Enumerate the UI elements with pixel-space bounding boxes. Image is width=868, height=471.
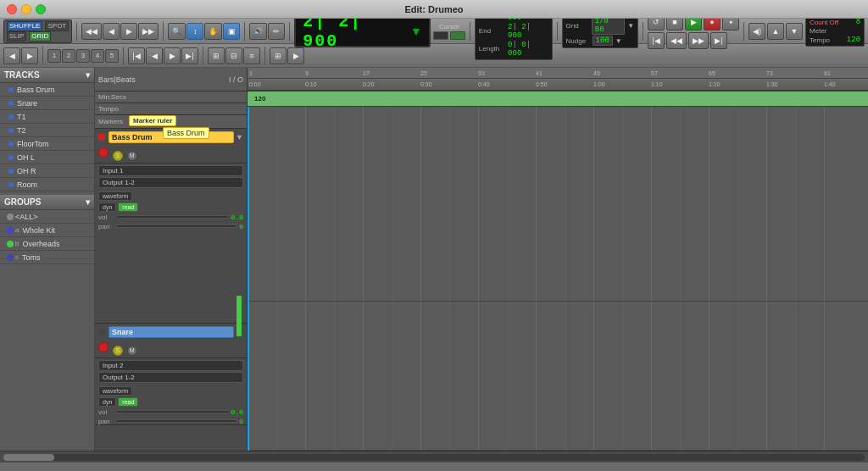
bd-rec-btn[interactable] <box>98 147 108 158</box>
pointer-tool[interactable]: ↕ <box>186 23 203 40</box>
next-btn[interactable]: ▶▶ <box>138 23 159 40</box>
tab-3[interactable]: 3 <box>76 49 90 63</box>
grid-value[interactable]: 1/0 80 <box>592 16 625 35</box>
tempo-row-label: Tempo <box>95 103 247 115</box>
track-item-ohr[interactable]: OH R <box>0 164 94 178</box>
forward-btn[interactable]: ▶ <box>120 23 137 40</box>
track-nav-1[interactable]: ⊞ <box>208 47 225 64</box>
slip-btn[interactable]: SLIP <box>7 31 26 42</box>
cursor-btn-1[interactable] <box>433 31 448 40</box>
close-button[interactable] <box>7 4 17 14</box>
snare-output[interactable]: Output 1-2 <box>98 372 243 383</box>
tn-btn4[interactable]: ▶| <box>181 47 198 64</box>
rtz-btn[interactable]: |◀ <box>648 32 665 49</box>
zoom-tool[interactable]: 🔍 <box>168 23 186 40</box>
nudge-value[interactable]: 100 <box>593 36 613 46</box>
cursor-btn-2[interactable] <box>450 31 465 40</box>
speaker-btn[interactable]: 🔊 <box>249 23 267 40</box>
snare-solo-btn[interactable]: S <box>113 346 123 356</box>
bar-ticks: 1 9 17 25 33 41 49 57 65 73 81 <box>248 68 868 78</box>
snare-vol-slider[interactable] <box>115 410 230 413</box>
minimize-button[interactable] <box>21 4 31 14</box>
zoom-button[interactable] <box>36 4 46 14</box>
snare-read-btn[interactable]: read <box>118 397 138 407</box>
track-item-snare[interactable]: Snare <box>0 97 94 110</box>
bd-pan-value: 0 <box>239 223 243 230</box>
snare-pan-slider[interactable] <box>115 419 237 423</box>
divider-5 <box>470 22 470 41</box>
counter-off-label: Count Off <box>810 19 838 26</box>
bass-drum-tooltip-text: Bass Drum <box>167 129 205 137</box>
snare-rec-btn[interactable] <box>98 342 108 352</box>
nav-arrows-2: ◀ ▶ <box>3 47 38 64</box>
bd-input[interactable]: Input 1 <box>98 165 243 176</box>
bar-41: 41 <box>536 70 542 76</box>
bd-mute-btn[interactable]: M <box>127 151 137 161</box>
h-scrollbar-thumb[interactable] <box>3 454 54 461</box>
nudge-dropdown[interactable]: ▼ <box>615 37 622 45</box>
back-btn[interactable]: ◀ <box>103 23 120 40</box>
tab-4[interactable]: 4 <box>91 49 104 63</box>
tracks-collapse-icon[interactable]: ▾ <box>86 70 90 80</box>
tab-2[interactable]: 2 <box>62 49 75 63</box>
group-item-toms[interactable]: c Toms <box>0 251 94 264</box>
misc-btn-1[interactable]: ⊞ <box>270 47 287 64</box>
tn-btn1[interactable]: |◀ <box>128 47 145 64</box>
bd-waveform-btn[interactable]: waveform <box>98 191 132 201</box>
group-item-all[interactable]: <ALL> <box>0 210 94 224</box>
h-scrollbar-track[interactable] <box>3 454 865 461</box>
bass-drum-lane[interactable] <box>248 107 868 302</box>
shuffle-btn[interactable]: SHUFFLE <box>7 21 42 31</box>
end-btn[interactable]: ▶| <box>710 32 727 49</box>
group-dot-all <box>7 213 14 220</box>
bd-dropdown-icon[interactable]: ▼ <box>236 133 243 141</box>
snare-lane[interactable] <box>248 302 868 451</box>
prev2-btn[interactable]: ◀ <box>3 47 20 64</box>
tn-btn2[interactable]: ◀ <box>146 47 163 64</box>
track-item-t2[interactable]: T2 <box>0 124 94 137</box>
groups-collapse-icon[interactable]: ▾ <box>86 197 90 207</box>
bd-vol-slider[interactable] <box>115 215 230 219</box>
snare-waveform-btn[interactable]: waveform <box>98 386 132 396</box>
output-btn3[interactable]: ▼ <box>786 23 803 40</box>
misc-btn-2[interactable]: ▶ <box>287 47 304 64</box>
main-content: TRACKS ▾ Bass Drum Snare T1 T2 Floor <box>0 68 868 451</box>
track-item-t1[interactable]: T1 <box>0 110 94 124</box>
prev-btn[interactable]: ◀◀ <box>81 23 102 40</box>
snare-mute-btn[interactable]: M <box>127 346 137 356</box>
group-item-wholekit[interactable]: a Whole Kit <box>0 224 94 237</box>
track-item-ohl[interactable]: OH L <box>0 151 94 164</box>
tab-5[interactable]: 5 <box>105 49 119 63</box>
ff-btn[interactable]: ▶▶ <box>688 32 709 49</box>
pencil-btn[interactable]: ✏ <box>268 23 285 40</box>
tab-1[interactable]: 1 <box>47 49 61 63</box>
track-item-room[interactable]: Room <box>0 178 94 191</box>
track-nav-3[interactable]: ≡ <box>243 47 260 64</box>
next2-btn[interactable]: ▶ <box>21 47 38 64</box>
bd-input-output: Input 1 Output 1-2 <box>95 163 247 191</box>
snare-dyn-btn[interactable]: dyn <box>98 397 116 407</box>
tn-btn3[interactable]: ▶ <box>164 47 181 64</box>
output-btn1[interactable]: ◀) <box>748 23 765 40</box>
output-btn2[interactable]: ▲ <box>767 23 784 40</box>
grid-dropdown[interactable]: ▼ <box>627 22 634 30</box>
bd-read-btn[interactable]: read <box>118 202 138 212</box>
bd-pan-slider[interactable] <box>115 224 237 228</box>
spot-btn[interactable]: SPOT <box>45 21 69 31</box>
bd-dyn-btn[interactable]: dyn <box>98 202 116 212</box>
track-nav-2[interactable]: ⊟ <box>225 47 242 64</box>
hand-tool[interactable]: ✋ <box>204 23 222 40</box>
group-item-overheads[interactable]: b Overheads <box>0 237 94 251</box>
snare-input[interactable]: Input 2 <box>98 360 243 371</box>
group-dot-wholekit <box>7 227 14 234</box>
transport-dropdown[interactable]: ▼ <box>410 25 422 38</box>
select-tool[interactable]: ▣ <box>223 23 240 40</box>
bd-output[interactable]: Output 1-2 <box>98 177 243 188</box>
bar-65: 65 <box>709 70 715 76</box>
track-item-bass-drum[interactable]: Bass Drum <box>0 83 94 97</box>
divider-t2-3 <box>203 47 203 65</box>
bd-solo-btn[interactable]: S <box>113 151 123 161</box>
track-item-floortom[interactable]: FloorTom <box>0 137 94 151</box>
rewind-btn[interactable]: ◀◀ <box>666 32 687 49</box>
grid-btn[interactable]: GRID <box>29 31 51 42</box>
